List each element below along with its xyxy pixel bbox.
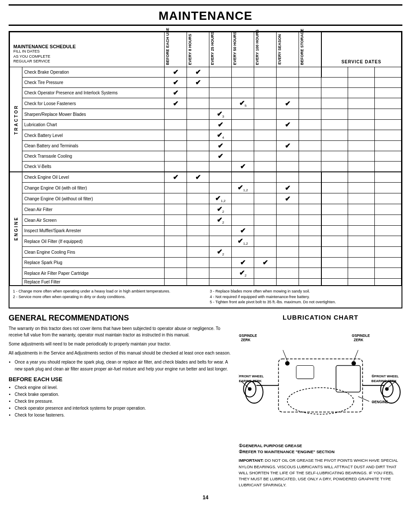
before-each-use-title: BEFORE EACH USE [9, 376, 232, 383]
footnotes-right: 3 - Replace blades more often when mowin… [210, 289, 398, 305]
lub-note-2: ②REFER TO MAINTENANCE "ENGINE" SECTION [239, 449, 402, 455]
check-cell [277, 78, 299, 88]
service-date-cell [348, 141, 375, 151]
check-cell [299, 98, 321, 109]
service-date-cell [348, 236, 375, 247]
maintenance-section: MAINTENANCE SCHEDULE FILL IN DATES AS YO… [9, 31, 402, 308]
check-cell [187, 130, 209, 141]
check-cell: ✔1,2 [209, 193, 232, 204]
task-cell: Clean Battery and Terminals [22, 141, 165, 151]
check-cell [254, 88, 277, 98]
task-cell: Sharpen/Replace Mower Blades [22, 109, 165, 120]
gen-rec-p3: All adjustments in the Service and Adjus… [9, 350, 232, 356]
before-each-use-item: Check operator presence and interlock sy… [15, 405, 232, 412]
task-cell: Replace Spark Plug [22, 258, 165, 268]
gen-rec-title: GENERAL RECOMMENDATIONS [9, 314, 232, 323]
check-cell: ✔ [209, 141, 232, 151]
check-cell: ✔ [277, 141, 299, 151]
service-date-cell [321, 247, 348, 258]
check-cell [277, 88, 299, 98]
check-cell: ✔ [187, 67, 209, 78]
lub-notes: ①GENERAL PURPOSE GREASE ②REFER TO MAINTE… [239, 443, 402, 488]
check-cell [254, 215, 277, 226]
check-cell: ✔ [232, 258, 254, 268]
check-cell [299, 130, 321, 141]
bottom-section: GENERAL RECOMMENDATIONS The warranty on … [9, 314, 402, 488]
service-date-cell [375, 247, 402, 258]
task-cell: Clean Engine Cooling Fins [22, 247, 165, 258]
footnote-1: 1 - Change more often when operating und… [13, 289, 201, 294]
engine-category: ENGINE [10, 172, 22, 286]
check-cell [165, 226, 187, 236]
check-cell [209, 279, 232, 286]
check-cell [232, 151, 254, 162]
footnote-4: 4 - Not required if equipped with mainte… [210, 294, 398, 300]
task-cell: Check for Loose Fasteners [22, 98, 165, 109]
check-cell: ✔ [277, 120, 299, 130]
check-cell [277, 258, 299, 268]
check-cell: ✔1,2 [232, 183, 254, 193]
check-cell [254, 141, 277, 151]
service-date-cell [348, 120, 375, 130]
task-cell: Replace Oil Filter (If equipped) [22, 236, 165, 247]
check-cell [187, 109, 209, 120]
check-cell [254, 226, 277, 236]
service-date-cell [348, 130, 375, 141]
service-date-cell [348, 109, 375, 120]
check-cell [254, 120, 277, 130]
service-date-cell [375, 141, 402, 151]
service-date-cell [348, 88, 375, 98]
check-cell [299, 67, 321, 78]
service-date-cell [348, 98, 375, 109]
check-cell [209, 268, 232, 279]
service-date-cell [321, 120, 348, 130]
task-cell: Check Battery Level [22, 130, 165, 141]
task-cell: Replace Fuel Filter [22, 279, 165, 286]
service-date-cell [348, 226, 375, 236]
footnote-2: 2 - Service more often when operating in… [13, 294, 201, 300]
check-cell [254, 193, 277, 204]
check-cell [299, 172, 321, 183]
check-cell [232, 215, 254, 226]
check-cell [165, 247, 187, 258]
task-cell: Clean Air Filter [22, 204, 165, 215]
service-date-cell [321, 279, 348, 286]
check-cell: ✔ [187, 172, 209, 183]
service-date-cell [348, 215, 375, 226]
svg-point-17 [287, 388, 354, 414]
check-cell [187, 193, 209, 204]
col-header-4: EVERY 100 HOURS [254, 32, 260, 67]
check-cell [187, 88, 209, 98]
check-cell [187, 141, 209, 151]
service-date-cell [348, 162, 375, 172]
task-cell: Check Transaxle Cooling [22, 151, 165, 162]
check-cell [277, 151, 299, 162]
col-header-5: EVERY SEASON [277, 32, 283, 67]
before-each-use-list: Check engine oil level.Check brake opera… [9, 384, 232, 419]
service-date-cell [375, 78, 402, 88]
check-cell [299, 258, 321, 268]
service-date-cell [375, 204, 402, 215]
check-cell [232, 88, 254, 98]
service-date-cell [321, 88, 348, 98]
fwb-right-1: ①FRONT WHEEL [371, 374, 399, 378]
service-date-cell [348, 67, 375, 78]
task-cell: Clean Air Screen [22, 215, 165, 226]
check-cell [277, 215, 299, 226]
service-date-cell [321, 204, 348, 215]
check-cell [277, 268, 299, 279]
check-cell [254, 109, 277, 120]
check-cell: ✔ [165, 78, 187, 88]
service-date-cell [348, 247, 375, 258]
check-cell [165, 258, 187, 268]
check-cell [254, 268, 277, 279]
before-each-use-item: Check brake operation. [15, 391, 232, 398]
spindle-label-left: ①SPINDLE [239, 334, 257, 338]
svg-rect-1 [336, 365, 360, 392]
service-date-cell [375, 88, 402, 98]
check-cell [165, 236, 187, 247]
check-cell [187, 268, 209, 279]
check-cell: ✔ [232, 226, 254, 236]
service-date-cell [321, 172, 348, 183]
check-cell: ✔2 [209, 247, 232, 258]
